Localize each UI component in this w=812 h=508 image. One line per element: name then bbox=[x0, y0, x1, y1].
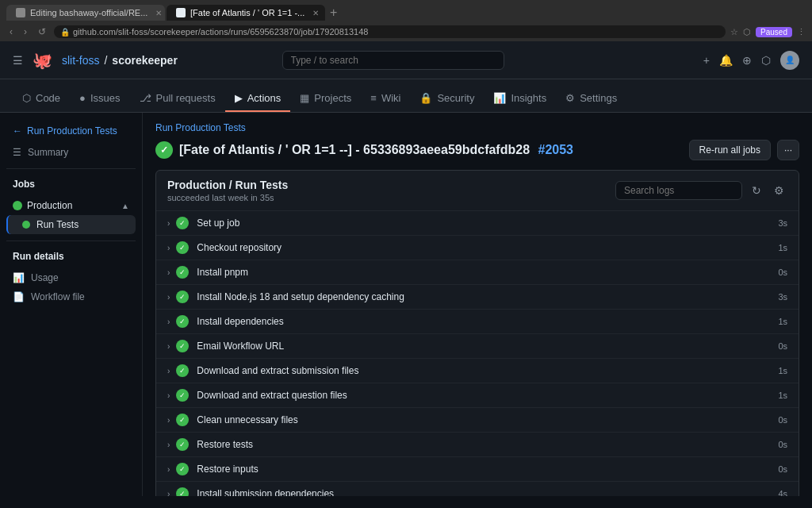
step-row[interactable]: › ✓ Checkout repository 1s bbox=[156, 236, 799, 260]
new-tab-button[interactable]: + bbox=[330, 6, 337, 20]
sidebar-usage[interactable]: 📊 Usage bbox=[6, 268, 136, 287]
step-status-icon-11: ✓ bbox=[176, 487, 189, 496]
search-input[interactable] bbox=[282, 51, 504, 70]
workflow-breadcrumb-link[interactable]: Run Production Tests bbox=[155, 122, 246, 133]
more-options-button[interactable]: ··· bbox=[777, 140, 799, 160]
browser-tab-1[interactable]: Editing bashaway-official/RE... ✕ bbox=[6, 5, 165, 21]
step-chevron-8: › bbox=[167, 416, 170, 425]
step-row[interactable]: › ✓ Install pnpm 0s bbox=[156, 260, 799, 285]
step-duration-4: 1s bbox=[772, 317, 787, 326]
wiki-icon: ≡ bbox=[370, 92, 377, 104]
sidebar-divider-2 bbox=[6, 241, 136, 241]
step-status-icon-10: ✓ bbox=[176, 463, 189, 475]
step-name-3: Install Node.js 18 and setup dependency … bbox=[197, 291, 772, 302]
job-panel-header: Production / Run Tests succeeded last we… bbox=[156, 171, 799, 211]
content-area: Run Production Tests ✓ [Fate of Atlantis… bbox=[143, 113, 812, 496]
sidebar-subitem-run-tests[interactable]: Run Tests bbox=[6, 215, 136, 234]
step-status-icon-7: ✓ bbox=[176, 389, 189, 402]
security-icon: 🔒 bbox=[419, 92, 432, 104]
step-status-icon-6: ✓ bbox=[176, 364, 189, 377]
avatar[interactable]: 👤 bbox=[780, 51, 799, 70]
step-row[interactable]: › ✓ Install Node.js 18 and setup depende… bbox=[156, 285, 799, 310]
step-row[interactable]: › ✓ Download and extract submission file… bbox=[156, 359, 799, 383]
sidebar-divider-1 bbox=[6, 168, 136, 169]
nav-security[interactable]: 🔒 Security bbox=[410, 86, 484, 112]
step-duration-3: 3s bbox=[772, 292, 787, 302]
step-duration-2: 0s bbox=[772, 267, 787, 277]
nav-issues[interactable]: ● Issues bbox=[70, 86, 129, 112]
summary-icon: ☰ bbox=[13, 147, 21, 158]
step-row[interactable]: › ✓ Email Workflow URL 0s bbox=[156, 334, 799, 359]
step-row[interactable]: › ✓ Clean unnecessary files 0s bbox=[156, 408, 799, 433]
step-row[interactable]: › ✓ Restore inputs 0s bbox=[156, 457, 799, 482]
settings-logs-button[interactable]: ⚙ bbox=[771, 181, 787, 200]
step-row[interactable]: › ✓ Set up job 3s bbox=[156, 211, 799, 236]
commit-actions: Re-run all jobs ··· bbox=[689, 140, 799, 160]
sidebar-usage-label: Usage bbox=[31, 272, 59, 283]
commit-title-block: ✓ [Fate of Atlantis / ' OR 1=1 --] - 653… bbox=[155, 141, 573, 159]
copilot-icon[interactable]: ⊕ bbox=[742, 54, 752, 67]
step-status-icon-9: ✓ bbox=[176, 438, 189, 451]
sidebar-workflow-file[interactable]: 📄 Workflow file bbox=[6, 287, 136, 306]
refresh-logs-button[interactable]: ↻ bbox=[749, 181, 764, 200]
tab-close-1[interactable]: ✕ bbox=[155, 9, 162, 17]
search-logs-input[interactable] bbox=[615, 181, 742, 200]
sidebar-breadcrumb[interactable]: ← Run Production Tests bbox=[6, 122, 136, 143]
address-bar[interactable]: 🔒 github.com/slit-foss/scorekeeper/actio… bbox=[54, 25, 726, 38]
nav-settings[interactable]: ⚙ Settings bbox=[556, 86, 626, 112]
extensions-icon[interactable]: ⬡ bbox=[743, 27, 751, 37]
workflow-breadcrumb: Run Production Tests bbox=[143, 113, 812, 137]
menu-icon[interactable]: ⋮ bbox=[797, 27, 806, 37]
forward-button[interactable]: › bbox=[21, 25, 30, 39]
nav-actions[interactable]: ▶ Actions bbox=[225, 86, 291, 112]
nav-projects[interactable]: ▦ Projects bbox=[290, 86, 361, 112]
github-logo[interactable]: 🐙 bbox=[33, 51, 52, 70]
job-panel: Production / Run Tests succeeded last we… bbox=[155, 170, 799, 496]
step-status-icon-1: ✓ bbox=[176, 241, 189, 254]
nav-projects-label: Projects bbox=[314, 92, 351, 104]
step-name-1: Checkout repository bbox=[197, 242, 772, 253]
back-button[interactable]: ‹ bbox=[6, 25, 16, 39]
repo-header: ⬡ Code ● Issues ⎇ Pull requests ▶ Action… bbox=[0, 79, 812, 113]
browser-bar: ‹ › ↺ 🔒 github.com/slit-foss/scorekeeper… bbox=[0, 22, 812, 41]
step-chevron-5: › bbox=[167, 342, 170, 351]
step-name-11: Install submission dependencies bbox=[197, 488, 772, 496]
nav-code[interactable]: ⬡ Code bbox=[13, 86, 70, 112]
nav-insights[interactable]: 📊 Insights bbox=[484, 86, 556, 112]
job-title: Production / Run Tests bbox=[167, 179, 288, 191]
step-row[interactable]: › ✓ Download and extract question files … bbox=[156, 383, 799, 408]
step-row[interactable]: › ✓ Install submission dependencies 4s bbox=[156, 482, 799, 496]
sidebar-group-production-header[interactable]: Production ▲ bbox=[6, 196, 136, 215]
back-icon: ← bbox=[13, 125, 22, 137]
reload-button[interactable]: ↺ bbox=[35, 25, 49, 39]
notification-icon[interactable]: 🔔 bbox=[719, 54, 733, 67]
step-row[interactable]: › ✓ Install dependencies 1s bbox=[156, 310, 799, 334]
breadcrumb-sep: / bbox=[104, 54, 107, 67]
pr-icon: ⎇ bbox=[140, 92, 151, 104]
repo-breadcrumb-header: slit-foss / scorekeeper bbox=[62, 54, 178, 67]
commit-header: ✓ [Fate of Atlantis / ' OR 1=1 --] - 653… bbox=[143, 137, 812, 170]
breadcrumb-repo: scorekeeper bbox=[112, 54, 178, 67]
plus-icon[interactable]: ⬡ bbox=[761, 54, 771, 67]
job-panel-actions: ↻ ⚙ bbox=[615, 181, 787, 200]
step-name-2: Install pnpm bbox=[197, 267, 772, 278]
bookmark-icon[interactable]: ☆ bbox=[730, 27, 738, 37]
new-item-icon[interactable]: + bbox=[703, 54, 710, 67]
step-duration-11: 4s bbox=[772, 489, 787, 496]
issues-icon: ● bbox=[79, 92, 86, 104]
tab-favicon-2 bbox=[176, 8, 186, 17]
repo-nav: ⬡ Code ● Issues ⎇ Pull requests ▶ Action… bbox=[13, 86, 799, 112]
breadcrumb-user[interactable]: slit-foss bbox=[62, 54, 99, 67]
nav-pull-requests[interactable]: ⎇ Pull requests bbox=[130, 86, 225, 112]
sidebar-item-summary[interactable]: ☰ Summary bbox=[6, 143, 136, 162]
step-duration-5: 0s bbox=[772, 341, 787, 351]
hamburger-icon[interactable]: ☰ bbox=[13, 54, 23, 67]
tab-close-2[interactable]: ✕ bbox=[312, 9, 319, 17]
browser-tab-2[interactable]: [Fate of Atlantis / ' OR 1=1 -... ✕ bbox=[167, 5, 325, 21]
step-status-icon-5: ✓ bbox=[176, 340, 189, 352]
step-row[interactable]: › ✓ Restore tests 0s bbox=[156, 433, 799, 457]
rerun-button[interactable]: Re-run all jobs bbox=[689, 140, 771, 160]
nav-wiki[interactable]: ≡ Wiki bbox=[361, 86, 410, 112]
nav-actions-label: Actions bbox=[247, 92, 282, 104]
step-duration-6: 1s bbox=[772, 366, 787, 375]
